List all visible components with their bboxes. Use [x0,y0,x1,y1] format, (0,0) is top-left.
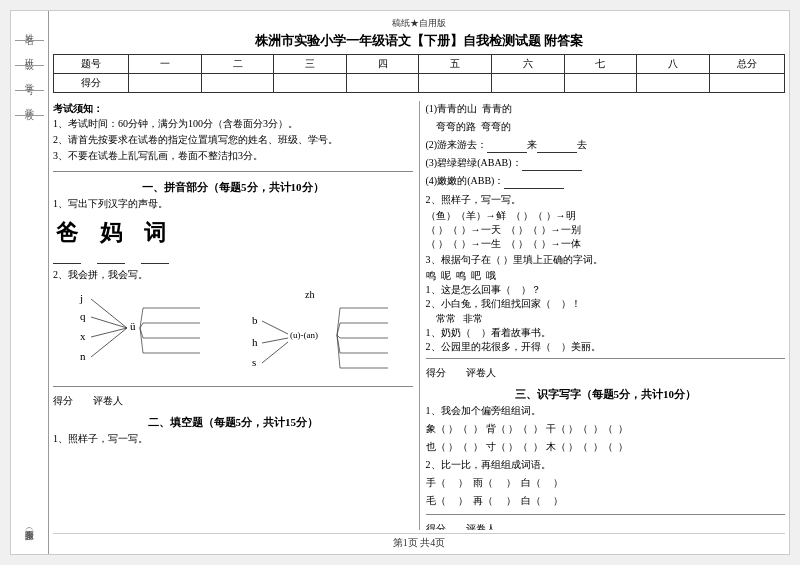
instruction-1: 1、考试时间：60分钟，满分为100分（含卷面分3分）。 [53,116,413,131]
svg-text:j: j [79,292,83,304]
q2-item-1: （鱼）（羊）→鲜 （ ）（ ）→明 [426,209,786,223]
right-column: (1)青青的山 青青的 弯弯的路 弯弯的 (2)游来游去：来去 (3)碧绿碧绿(… [419,101,786,530]
svg-text:(u)-(an): (u)-(an) [290,330,318,340]
score-label-1: 得分 [53,394,73,408]
instructions-block: 考试须知： 1、考试时间：60分钟，满分为100分（含卷面分3分）。 2、请首先… [53,101,413,164]
section3-q2-items: 手（ ） 雨（ ） 白（ ） 毛（ ） 再（ ） 白（ ） [426,474,786,510]
answer-box-ba[interactable] [53,250,81,264]
q2-word-row2: 毛（ ） 再（ ） 白（ ） [426,492,786,510]
instruction-2: 2、请首先按要求在试卷的指定位置填写您的姓名、班级、学号。 [53,132,413,147]
score-reviewer-3: 得分 评卷人 [426,522,786,530]
char-box-ba: 爸 [53,218,81,264]
char-box-ma: 妈 [97,218,125,264]
section2-q2-title: 2、照样子，写一写。 [426,193,786,207]
left-column: 考试须知： 1、考试时间：60分钟，满分为100分（含卷面分3分）。 2、请首先… [53,101,413,530]
q2-item-2: （ ）（ ）→一天 （ ）（ ）→一别 [426,223,786,237]
q3-item-2: 2、小白兔，我们组找回家（ ）！ [426,297,786,311]
section2-q3-chars: 鸣 呢 鸣 吧 哦 [426,269,786,283]
svg-text:h: h [252,336,258,348]
instructions-title: 考试须知： [53,101,413,116]
answer-box-ma[interactable] [97,250,125,264]
svg-text:x: x [80,330,86,342]
section2-q2-items: （鱼）（羊）→鲜 （ ）（ ）→明 （ ）（ ）→一天 （ ）（ ）→一别 （ … [426,209,786,251]
svg-text:s: s [252,356,256,368]
q3-item-4: 2、公园里的花很多，开得（ ）美丽。 [426,340,786,354]
svg-text:b: b [252,314,258,326]
header-top-text: 稿纸★自用版 [392,17,446,30]
q3-word-options: 常常 非常 [426,312,786,326]
section3-title: 三、识字写字（每题5分，共计10分） [426,387,786,402]
q3-item-3: 1、奶奶（ ）看着故事书。 [426,326,786,340]
char-box-ci: 词 [141,218,169,264]
svg-line-30 [337,308,340,335]
blank-4[interactable] [504,188,564,189]
blank-3[interactable] [522,170,582,171]
section3-q2-title: 2、比一比，再组组成词语。 [426,458,786,472]
char-grid-row1: 象（ ）（ ） 背（ ）（ ） 干（ ）（ ）（ ） [426,420,786,438]
pinyin-diagrams: j q x n ü [53,288,413,378]
svg-line-5 [91,299,127,328]
section1-title: 一、拼音部分（每题5分，共计10分） [53,180,413,195]
char-ci: 词 [144,218,166,248]
score-label-3: 得分 [426,522,446,530]
section3-q1: 1、我会加个偏旁组组词。 [426,404,786,418]
instruction-3: 3、不要在试卷上乱写乱画，卷面不整洁扣3分。 [53,148,413,163]
section3-char-grid: 象（ ）（ ） 背（ ）（ ） 干（ ）（ ）（ ） 也（ ）（ ） 寸（ ）（… [426,420,786,456]
section2-title: 二、填空题（每题5分，共计15分） [53,415,413,430]
reviewer-label-2: 评卷人 [466,366,496,380]
reviewer-label-3: 评卷人 [466,522,496,530]
section2-q1: 1、照样子，写一写。 [53,432,413,446]
reviewer-label-1: 评卷人 [93,394,123,408]
q2-item-3: （ ）（ ）→一生 （ ）（ ）→一体 [426,237,786,251]
char-ba: 爸 [56,218,78,248]
svg-text:n: n [80,350,86,362]
score-label-2: 得分 [426,366,446,380]
blank-2[interactable] [537,152,577,153]
svg-line-16 [140,328,143,353]
q3-item-1: 1、这是怎么回事（ ）？ [426,283,786,297]
margin-label-class: 班级 [23,51,36,57]
svg-text:q: q [80,310,86,322]
section2-q3-title: 3、根据句子在（ ）里填上正确的字词。 [426,253,786,267]
fill-section: (1)青青的山 青青的 弯弯的路 弯弯的 (2)游来游去：来去 (3)碧绿碧绿(… [426,101,786,191]
q2-word-row1: 手（ ） 雨（ ） 白（ ） [426,474,786,492]
left-margin: 姓名 班级 学号 学校 多张（附页） [11,11,49,554]
svg-line-24 [262,342,288,363]
margin-label-number: 学号 [23,76,36,82]
page-footer: 第1页 共4页 [53,533,785,550]
score-reviewer-1: 得分 评卷人 [53,394,413,408]
right-diagram-svg: zh b h s (u)-(an) [250,288,390,378]
pinyin-chars: 爸 妈 词 [53,218,413,264]
fill-item-2: 弯弯的路 弯弯的 [426,119,786,135]
left-diagram-svg: j q x n ü [75,288,205,378]
char-ma: 妈 [100,218,122,248]
section1-q1: 1、写出下列汉字的声母。 [53,197,413,211]
right-pinyin-diagram: zh b h s (u)-(an) [250,288,390,378]
left-pinyin-diagram: j q x n ü [75,288,205,378]
char-grid-row2: 也（ ）（ ） 寸（ ）（ ） 木（ ）（ ）（ ） [426,438,786,456]
svg-text:zh: zh [305,289,314,300]
fill-item-4: (3)碧绿碧绿(ABAB)： [426,155,786,171]
section1-q2: 2、我会拼，我会写。 [53,268,413,282]
score-header-label: 题号 [54,55,129,74]
score-table: 题号 一 二 三 四 五 六 七 八 总分 得分 [53,54,785,93]
margin-label-name: 姓名 [23,26,36,32]
svg-line-6 [91,317,127,328]
blank-1[interactable] [487,152,527,153]
fill-item-3: (2)游来游去：来去 [426,137,786,153]
page-container: 姓名 班级 学号 学校 多张（附页） 稿纸★自用版 株洲市实验小学一年级语文【下… [10,10,790,555]
score-row-label: 得分 [54,74,129,93]
main-content: 稿纸★自用版 株洲市实验小学一年级语文【下册】自我检测试题 附答案 题号 一 二… [49,11,789,554]
fill-item-5: (4)嫩嫩的(ABB)： [426,173,786,189]
header: 稿纸★自用版 株洲市实验小学一年级语文【下册】自我检测试题 附答案 题号 一 二… [53,17,785,97]
answer-box-ci[interactable] [141,250,169,264]
two-columns: 考试须知： 1、考试时间：60分钟，满分为100分（含卷面分3分）。 2、请首先… [53,101,785,530]
margin-label-school: 学校 [23,101,36,107]
svg-line-22 [262,321,288,334]
section2-q3-items: 1、这是怎么回事（ ）？ 2、小白兔，我们组找回家（ ）！ 常常 非常 1、奶奶… [426,283,786,354]
svg-line-23 [262,338,288,343]
fill-item-1: (1)青青的山 青青的 [426,101,786,117]
score-reviewer-2: 得分 评卷人 [426,366,786,380]
svg-text:ü: ü [130,320,136,332]
header-title: 株洲市实验小学一年级语文【下册】自我检测试题 附答案 [255,32,583,50]
